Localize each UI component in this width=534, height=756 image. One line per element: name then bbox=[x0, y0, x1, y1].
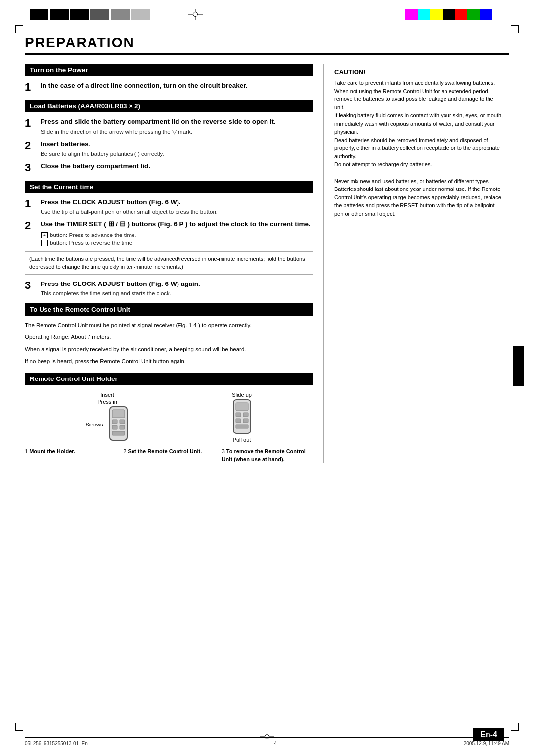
btn-minus-desc: − button: Press to reverse the time. bbox=[41, 240, 313, 246]
holder-left-row: Screws bbox=[85, 406, 129, 443]
caution-divider bbox=[334, 173, 504, 173]
step-battery-2: 2 Insert batteries. Be sure to align the… bbox=[25, 140, 313, 157]
footer: 05L256_9315255013-01_En 4 2005.12.9, 11:… bbox=[25, 737, 509, 746]
holder-pressin-label: Press in bbox=[97, 399, 117, 405]
footer-center: 4 bbox=[274, 741, 277, 746]
step-content-battery-2: Insert batteries. Be sure to align the b… bbox=[41, 140, 313, 157]
step-content-time-1: Press the CLOCK ADJUST button (Fig. 6 W)… bbox=[41, 198, 313, 215]
section-set-time: Set the Current time bbox=[25, 181, 313, 193]
section-remote-use: To Use the Remote Control Unit bbox=[25, 303, 313, 316]
caution-text-block2: Never mix new and used batteries, or bat… bbox=[334, 177, 504, 218]
remote-svg-left bbox=[107, 406, 130, 443]
holder-step-num-1: 1 bbox=[25, 448, 29, 454]
step-num-t1: 1 bbox=[25, 198, 36, 210]
holder-slideup-label: Slide up bbox=[232, 392, 252, 398]
holder-step-3: 3 To remove the Remote Control Unit (whe… bbox=[222, 448, 313, 463]
section-holder: Remote Control Unit Holder Insert Press … bbox=[25, 373, 313, 463]
footer-right: 2005.12.9, 11:49 AM bbox=[464, 741, 509, 746]
step-time-3: 3 Press the CLOCK ADJUST button (Fig. 6 … bbox=[25, 280, 313, 296]
step-title-time-3: Press the CLOCK ADJUST button (Fig. 6 W)… bbox=[41, 280, 313, 289]
step-battery-1: 1 Press and slide the battery compartmen… bbox=[25, 117, 313, 135]
footer-left: 05L256_9315255013-01_En bbox=[25, 741, 88, 746]
step-num-t3: 3 bbox=[25, 280, 36, 291]
black-bar-top bbox=[30, 9, 150, 20]
svg-rect-2 bbox=[112, 420, 117, 424]
holder-screws-label: Screws bbox=[85, 422, 103, 427]
step-title-time-2: Use the TIMER SET ( ⊞ / ⊟ ) buttons (Fig… bbox=[41, 220, 313, 229]
holder-step-text-3: To remove the Remote Control Unit (when … bbox=[222, 448, 306, 462]
svg-rect-9 bbox=[236, 413, 241, 417]
step-num-b3: 3 bbox=[25, 162, 36, 174]
btn-minus-label: button: Press to reverse the time. bbox=[50, 240, 134, 246]
crosshair-top-left bbox=[188, 9, 203, 20]
step-desc-time-1: Use the tip of a ball-point pen or other… bbox=[41, 209, 313, 215]
step-num-b2: 2 bbox=[25, 140, 36, 152]
holder-insert-label: Insert bbox=[100, 392, 114, 398]
step-time-1: 1 Press the CLOCK ADJUST button (Fig. 6 … bbox=[25, 198, 313, 215]
holder-step-2: 2 Set the Remote Control Unit. bbox=[123, 448, 215, 463]
holder-left-group: Insert Press in Screws bbox=[85, 392, 129, 443]
holder-steps: 1 Mount the Holder. 2 Set the Remote Con… bbox=[25, 448, 313, 463]
svg-rect-8 bbox=[236, 403, 248, 411]
holder-step-text-1: Mount the Holder. bbox=[29, 448, 75, 454]
right-column: CAUTION! Take care to prevent infants fr… bbox=[323, 64, 509, 463]
svg-rect-6 bbox=[112, 431, 125, 435]
step-content-power-1: In the case of a direct line connection,… bbox=[41, 81, 313, 91]
step-power-1: 1 In the case of a direct line connectio… bbox=[25, 81, 313, 93]
minus-button-icon: − bbox=[41, 240, 48, 246]
svg-rect-12 bbox=[243, 419, 248, 423]
remote-use-text2: Operating Range: About 7 meters. bbox=[25, 332, 313, 341]
svg-rect-1 bbox=[112, 410, 125, 418]
step-content-battery-1: Press and slide the battery compartment … bbox=[41, 117, 313, 135]
right-side-bar bbox=[513, 346, 524, 386]
svg-rect-4 bbox=[112, 425, 117, 429]
section-load-batteries: Load Batteries (AAA/R03/LR03 × 2) bbox=[25, 100, 313, 112]
caution-box: CAUTION! Take care to prevent infants fr… bbox=[329, 64, 509, 222]
svg-rect-5 bbox=[120, 425, 125, 429]
remote-use-text3: When a signal is properly received by th… bbox=[25, 345, 313, 354]
step-desc-time-3: This completes the time setting and star… bbox=[41, 290, 313, 296]
page-number: En-4 bbox=[473, 728, 504, 741]
remote-use-text1: The Remote Control Unit must be pointed … bbox=[25, 321, 313, 330]
step-title-time-1: Press the CLOCK ADJUST button (Fig. 6 W)… bbox=[41, 198, 313, 207]
two-column-layout: Turn on the Power 1 In the case of a dir… bbox=[25, 64, 509, 463]
page-content: PREPARATION Turn on the Power 1 In the c… bbox=[25, 30, 509, 726]
svg-rect-13 bbox=[236, 425, 248, 428]
step-num-b1: 1 bbox=[25, 117, 36, 129]
holder-step-num-3: 3 bbox=[222, 448, 226, 454]
page-title: PREPARATION bbox=[25, 35, 509, 55]
step-content-time-2: Use the TIMER SET ( ⊞ / ⊟ ) buttons (Fig… bbox=[41, 220, 313, 246]
holder-step-text-2: Set the Remote Control Unit. bbox=[128, 448, 202, 454]
plus-button-icon: + bbox=[41, 232, 48, 238]
caution-title: CAUTION! bbox=[334, 68, 504, 76]
step-desc-battery-1: Slide in the direction of the arrow whil… bbox=[41, 128, 313, 135]
step-title-battery-2: Insert batteries. bbox=[41, 140, 313, 149]
step-num-1: 1 bbox=[25, 81, 36, 93]
step-battery-3: 3 Close the battery compartment lid. bbox=[25, 162, 313, 174]
step-title-battery-3: Close the battery compartment lid. bbox=[41, 162, 313, 171]
caution-text-block1: Take care to prevent infants from accide… bbox=[334, 79, 504, 169]
left-column: Turn on the Power 1 In the case of a dir… bbox=[25, 64, 313, 463]
holder-right-group: Slide up Pull out bbox=[231, 392, 253, 443]
holder-step-1: 1 Mount the Holder. bbox=[25, 448, 116, 463]
color-bar-top bbox=[405, 9, 504, 20]
btn-plus-label: button: Press to advance the time. bbox=[50, 232, 136, 238]
step-num-t2: 2 bbox=[25, 220, 36, 232]
holder-diagram: Insert Press in Screws bbox=[25, 392, 313, 443]
section-turn-on-power: Turn on the Power bbox=[25, 64, 313, 76]
step-content-battery-3: Close the battery compartment lid. bbox=[41, 162, 313, 171]
svg-rect-10 bbox=[243, 413, 248, 417]
holder-pullout-label: Pull out bbox=[233, 437, 251, 443]
section-holder-header: Remote Control Unit Holder bbox=[25, 373, 313, 385]
holder-step-num-2: 2 bbox=[123, 448, 128, 454]
btn-plus-desc: + button: Press to advance the time. bbox=[41, 232, 313, 238]
step-desc-battery-2: Be sure to align the battery polarities … bbox=[41, 151, 313, 157]
svg-rect-3 bbox=[120, 420, 125, 424]
step-title-power-1: In the case of a direct line connection,… bbox=[41, 81, 313, 91]
time-note-box: (Each time the buttons are pressed, the … bbox=[25, 251, 313, 275]
step-content-time-3: Press the CLOCK ADJUST button (Fig. 6 W)… bbox=[41, 280, 313, 296]
step-title-battery-1: Press and slide the battery compartment … bbox=[41, 117, 313, 127]
remote-svg-right bbox=[231, 399, 253, 436]
remote-use-text4: If no beep is heard, press the Remote Co… bbox=[25, 357, 313, 366]
svg-rect-11 bbox=[236, 419, 241, 423]
